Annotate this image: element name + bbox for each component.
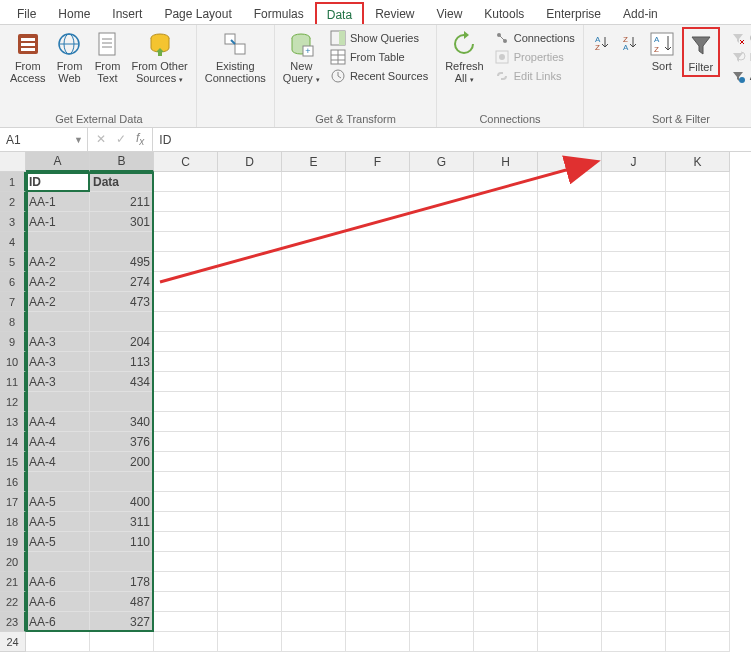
cell-C4[interactable]: [154, 232, 218, 252]
cell-A1[interactable]: ID: [26, 172, 90, 192]
cell-E24[interactable]: [282, 632, 346, 652]
cell-D2[interactable]: [218, 192, 282, 212]
col-header-G[interactable]: G: [410, 152, 474, 172]
row-header-11[interactable]: 11: [0, 372, 26, 392]
cell-J4[interactable]: [602, 232, 666, 252]
cell-I10[interactable]: [538, 352, 602, 372]
cell-A21[interactable]: AA-6: [26, 572, 90, 592]
cell-E1[interactable]: [282, 172, 346, 192]
tab-review[interactable]: Review: [364, 2, 425, 24]
cell-H7[interactable]: [474, 292, 538, 312]
cell-E19[interactable]: [282, 532, 346, 552]
cell-J20[interactable]: [602, 552, 666, 572]
cell-H1[interactable]: [474, 172, 538, 192]
cell-C5[interactable]: [154, 252, 218, 272]
cell-C19[interactable]: [154, 532, 218, 552]
cell-D19[interactable]: [218, 532, 282, 552]
cell-H18[interactable]: [474, 512, 538, 532]
tab-enterprise[interactable]: Enterprise: [535, 2, 612, 24]
edit-links-button[interactable]: Edit Links: [490, 67, 579, 85]
cell-K12[interactable]: [666, 392, 730, 412]
cell-I11[interactable]: [538, 372, 602, 392]
from-web-button[interactable]: From Web: [51, 27, 87, 87]
cell-C23[interactable]: [154, 612, 218, 632]
cell-J9[interactable]: [602, 332, 666, 352]
col-header-C[interactable]: C: [154, 152, 218, 172]
cell-C9[interactable]: [154, 332, 218, 352]
select-all-corner[interactable]: [0, 152, 26, 172]
cell-I22[interactable]: [538, 592, 602, 612]
cell-I12[interactable]: [538, 392, 602, 412]
cell-K15[interactable]: [666, 452, 730, 472]
name-box[interactable]: A1▼: [0, 128, 88, 151]
cell-H6[interactable]: [474, 272, 538, 292]
cell-F6[interactable]: [346, 272, 410, 292]
cell-C2[interactable]: [154, 192, 218, 212]
cell-B17[interactable]: 400: [90, 492, 154, 512]
cell-D20[interactable]: [218, 552, 282, 572]
cell-A18[interactable]: AA-5: [26, 512, 90, 532]
cell-C17[interactable]: [154, 492, 218, 512]
cell-B11[interactable]: 434: [90, 372, 154, 392]
cell-I2[interactable]: [538, 192, 602, 212]
cell-H3[interactable]: [474, 212, 538, 232]
cell-E3[interactable]: [282, 212, 346, 232]
cell-A20[interactable]: [26, 552, 90, 572]
row-header-22[interactable]: 22: [0, 592, 26, 612]
cell-G2[interactable]: [410, 192, 474, 212]
cell-G24[interactable]: [410, 632, 474, 652]
cell-D6[interactable]: [218, 272, 282, 292]
cell-B24[interactable]: [90, 632, 154, 652]
cell-J5[interactable]: [602, 252, 666, 272]
cell-D17[interactable]: [218, 492, 282, 512]
cell-C10[interactable]: [154, 352, 218, 372]
cell-I7[interactable]: [538, 292, 602, 312]
cell-D3[interactable]: [218, 212, 282, 232]
cell-J10[interactable]: [602, 352, 666, 372]
cell-J6[interactable]: [602, 272, 666, 292]
cell-K8[interactable]: [666, 312, 730, 332]
cell-K22[interactable]: [666, 592, 730, 612]
cell-I20[interactable]: [538, 552, 602, 572]
cell-G22[interactable]: [410, 592, 474, 612]
cell-K21[interactable]: [666, 572, 730, 592]
col-header-K[interactable]: K: [666, 152, 730, 172]
row-header-4[interactable]: 4: [0, 232, 26, 252]
row-header-6[interactable]: 6: [0, 272, 26, 292]
row-header-9[interactable]: 9: [0, 332, 26, 352]
cell-G20[interactable]: [410, 552, 474, 572]
cell-K24[interactable]: [666, 632, 730, 652]
row-header-18[interactable]: 18: [0, 512, 26, 532]
cell-F11[interactable]: [346, 372, 410, 392]
cell-F19[interactable]: [346, 532, 410, 552]
cell-G23[interactable]: [410, 612, 474, 632]
cell-C6[interactable]: [154, 272, 218, 292]
row-header-2[interactable]: 2: [0, 192, 26, 212]
cell-B1[interactable]: Data: [90, 172, 154, 192]
cell-G5[interactable]: [410, 252, 474, 272]
cell-K6[interactable]: [666, 272, 730, 292]
cell-I21[interactable]: [538, 572, 602, 592]
cell-F18[interactable]: [346, 512, 410, 532]
cell-B13[interactable]: 340: [90, 412, 154, 432]
cell-J23[interactable]: [602, 612, 666, 632]
row-header-19[interactable]: 19: [0, 532, 26, 552]
cell-D8[interactable]: [218, 312, 282, 332]
cell-J3[interactable]: [602, 212, 666, 232]
cell-E18[interactable]: [282, 512, 346, 532]
cell-H2[interactable]: [474, 192, 538, 212]
col-header-B[interactable]: B: [90, 152, 154, 172]
cell-B2[interactable]: 211: [90, 192, 154, 212]
cell-F14[interactable]: [346, 432, 410, 452]
cell-H22[interactable]: [474, 592, 538, 612]
cell-E20[interactable]: [282, 552, 346, 572]
connections-button[interactable]: Connections: [490, 29, 579, 47]
recent-sources-button[interactable]: Recent Sources: [326, 67, 432, 85]
clear-filter-button[interactable]: Cle: [726, 29, 751, 47]
cell-J16[interactable]: [602, 472, 666, 492]
cell-B9[interactable]: 204: [90, 332, 154, 352]
cell-I9[interactable]: [538, 332, 602, 352]
fx-icon[interactable]: fx: [136, 131, 144, 147]
refresh-all-button[interactable]: Refresh All ▾: [441, 27, 488, 87]
cell-B21[interactable]: 178: [90, 572, 154, 592]
